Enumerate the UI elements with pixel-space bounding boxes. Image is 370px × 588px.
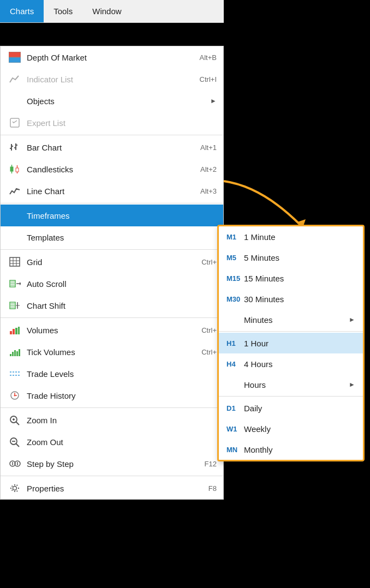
- menu-item-properties[interactable]: Properties F8: [1, 477, 223, 499]
- menu-charts[interactable]: Charts: [0, 0, 44, 22]
- svg-point-58: [13, 487, 17, 490]
- sep3: [1, 249, 223, 250]
- chartshift-icon: [7, 298, 22, 313]
- trade-levels-icon: [7, 366, 22, 381]
- sep1: [1, 135, 223, 135]
- menu-item-objects[interactable]: Objects ►: [1, 90, 223, 112]
- submenu-item-m15[interactable]: M15 15 Minutes: [219, 268, 363, 289]
- svg-rect-38: [10, 354, 11, 356]
- menu-item-depth-of-market[interactable]: Depth Of Market Alt+B: [1, 46, 223, 68]
- dom-icon: [7, 50, 22, 65]
- line-icon: [7, 183, 22, 199]
- submenu-item-m5[interactable]: M5 5 Minutes: [219, 247, 363, 268]
- menu-item-step-by-step[interactable]: Step by Step F12: [1, 453, 223, 475]
- svg-rect-4: [10, 118, 19, 127]
- menu-item-indicator-list[interactable]: Indicator List Ctrl+I: [1, 68, 223, 90]
- timeframes-submenu: M1 1 Minute M5 5 Minutes M15 15 Minutes …: [217, 225, 365, 461]
- sep5: [1, 407, 223, 408]
- menu-item-tick-volumes[interactable]: Tick Volumes Ctrl+: [1, 341, 223, 363]
- grid-icon: [7, 254, 22, 269]
- autoscroll-icon: [7, 276, 22, 291]
- menu-item-bar-chart[interactable]: Bar Chart Alt+1: [1, 136, 223, 158]
- menu-item-expert-list[interactable]: Expert List: [1, 112, 223, 134]
- svg-rect-36: [15, 328, 17, 334]
- svg-point-46: [14, 395, 16, 397]
- svg-line-53: [16, 444, 20, 447]
- svg-rect-11: [10, 167, 13, 171]
- expert-icon: [7, 115, 22, 130]
- menu-item-trade-history[interactable]: Trade History: [1, 385, 223, 406]
- submenu-item-mn[interactable]: MN Monthly: [219, 439, 363, 460]
- menu-item-chart-shift[interactable]: Chart Shift: [1, 295, 223, 316]
- svg-rect-42: [19, 349, 20, 356]
- trade-history-icon: [7, 388, 22, 403]
- bar-icon: [7, 140, 22, 155]
- svg-rect-41: [16, 351, 18, 356]
- tick-icon: [7, 344, 22, 359]
- sep6: [1, 476, 223, 476]
- menu-tools[interactable]: Tools: [44, 0, 82, 22]
- submenu-item-hours[interactable]: Hours ►: [219, 374, 363, 395]
- svg-rect-37: [18, 327, 20, 334]
- menu-item-templates[interactable]: Templates: [1, 226, 223, 248]
- menu-item-auto-scroll[interactable]: Auto Scroll: [1, 273, 223, 295]
- svg-rect-34: [10, 331, 12, 334]
- menu-item-line-chart[interactable]: Line Chart Alt+3: [1, 180, 223, 202]
- timeframes-icon: [7, 208, 22, 223]
- zoom-out-icon: [7, 434, 22, 449]
- charts-dropdown: Depth Of Market Alt+B Indicator List Ctr…: [0, 46, 224, 500]
- svg-rect-1: [9, 57, 21, 63]
- gear-icon: [7, 481, 22, 496]
- submenu-item-d1[interactable]: D1 Daily: [219, 398, 363, 418]
- submenu-sep-daily: [219, 396, 363, 397]
- menu-bar: Charts Tools Window: [0, 0, 224, 23]
- volumes-icon: [7, 322, 22, 338]
- svg-rect-0: [9, 52, 21, 57]
- svg-line-50: [16, 422, 20, 425]
- svg-rect-39: [12, 352, 14, 356]
- svg-rect-40: [14, 350, 16, 356]
- svg-rect-35: [13, 329, 15, 334]
- templates-icon: [7, 230, 22, 245]
- sep2: [1, 203, 223, 203]
- menu-item-trade-levels[interactable]: Trade Levels: [1, 363, 223, 385]
- menu-item-zoom-in[interactable]: Zoom In: [1, 409, 223, 431]
- svg-rect-14: [16, 168, 19, 172]
- indicator-icon: [7, 71, 22, 87]
- submenu-item-m1[interactable]: M1 1 Minute: [219, 226, 363, 247]
- menu-item-zoom-out[interactable]: Zoom Out: [1, 431, 223, 453]
- svg-marker-27: [20, 282, 21, 285]
- submenu-item-h4[interactable]: H4 4 Hours: [219, 353, 363, 374]
- submenu-item-minutes[interactable]: Minutes ►: [219, 309, 363, 330]
- menu-item-timeframes[interactable]: Timeframes: [1, 205, 223, 226]
- menu-item-grid[interactable]: Grid Ctrl+: [1, 251, 223, 273]
- zoom-in-icon: [7, 412, 22, 428]
- menu-window[interactable]: Window: [82, 0, 131, 22]
- submenu-item-m30[interactable]: M30 30 Minutes: [219, 289, 363, 309]
- sep4: [1, 317, 223, 318]
- submenu-item-h1[interactable]: H1 1 Hour: [219, 333, 363, 353]
- submenu-item-w1[interactable]: W1 Weekly: [219, 418, 363, 439]
- submenu-sep-hours: [219, 331, 363, 332]
- step-icon: [7, 456, 22, 471]
- objects-icon: [7, 93, 22, 109]
- menu-item-volumes[interactable]: Volumes Ctrl+: [1, 319, 223, 341]
- svg-rect-17: [10, 257, 20, 266]
- candle-icon: [7, 161, 22, 177]
- menu-item-candlesticks[interactable]: Candlesticks Alt+2: [1, 158, 223, 180]
